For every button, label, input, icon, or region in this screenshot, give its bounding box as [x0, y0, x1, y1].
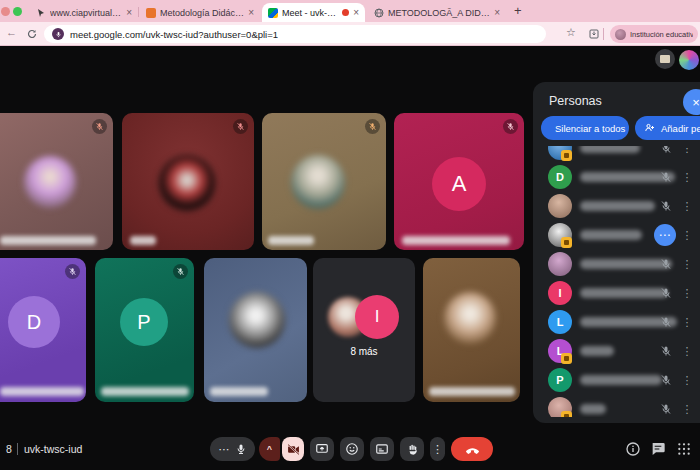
- video-tile[interactable]: P: [95, 258, 194, 402]
- new-tab-button[interactable]: +: [514, 3, 522, 18]
- tab-meet-active[interactable]: Meet - uvk-twsc-iud ×: [262, 3, 365, 22]
- more-options-button[interactable]: ⋮: [430, 437, 445, 461]
- profile-label: Institución educativa: [630, 30, 693, 39]
- more-options-icon[interactable]: ⋮: [679, 400, 695, 417]
- avatar: [615, 29, 626, 40]
- video-tile[interactable]: [204, 258, 307, 402]
- camera-off-button[interactable]: [282, 437, 304, 461]
- reaction-badge-icon: [561, 353, 572, 364]
- more-options-icon[interactable]: ⋮: [679, 146, 695, 157]
- download-icon[interactable]: [588, 28, 600, 40]
- mic-muted-icon[interactable]: [657, 400, 675, 417]
- traffic-light-green[interactable]: [13, 7, 22, 16]
- mic-muted-icon[interactable]: [657, 197, 675, 215]
- presentation-thumbnail-icon[interactable]: [655, 49, 675, 69]
- mic-icon: [235, 443, 247, 455]
- add-people-button[interactable]: Añadir personas: [635, 116, 700, 140]
- camera-off-icon: [287, 443, 300, 456]
- profile-chip[interactable]: Institución educativa: [610, 25, 698, 43]
- tab-metodologia-2[interactable]: METODOLOGÃ_A DIDÃ_CTIC ×: [368, 3, 506, 22]
- tab-metodologia[interactable]: Metodología Didáctica. Secc ×: [140, 3, 260, 22]
- more-options-icon[interactable]: ⋮: [679, 342, 695, 360]
- hang-up-button[interactable]: [451, 437, 493, 461]
- mic-muted-icon[interactable]: [657, 255, 675, 273]
- video-tile[interactable]: [122, 113, 254, 250]
- mute-all-button[interactable]: Silenciar a todos: [541, 116, 629, 140]
- participant-photo: [159, 155, 215, 211]
- participant-name-blurred: [130, 236, 156, 245]
- participant-name-blurred: [580, 230, 642, 240]
- close-tab-icon[interactable]: ×: [248, 7, 254, 18]
- more-options-icon[interactable]: ⋮: [679, 313, 695, 331]
- mic-muted-icon[interactable]: [657, 284, 675, 302]
- participant-row: I ⋮: [533, 279, 700, 307]
- more-options-icon[interactable]: ⋮: [679, 197, 695, 215]
- reaction-badge-icon: [561, 237, 572, 248]
- speaking-indicator[interactable]: ⋯: [654, 224, 676, 246]
- more-options-icon[interactable]: ⋮: [679, 284, 695, 302]
- video-tile[interactable]: [0, 113, 113, 250]
- letter-avatar: P: [120, 298, 168, 346]
- close-tab-icon[interactable]: ×: [126, 7, 132, 18]
- more-options-icon[interactable]: ⋮: [679, 168, 695, 186]
- address-bar: ← meet.google.com/uvk-twsc-iud?authuser=…: [0, 22, 700, 46]
- mic-muted-icon[interactable]: [657, 313, 675, 331]
- present-screen-button[interactable]: [310, 437, 334, 461]
- mic-button[interactable]: ⋯: [210, 437, 255, 461]
- back-icon[interactable]: ←: [6, 26, 17, 38]
- letter-avatar: I: [548, 281, 572, 305]
- url-field[interactable]: meet.google.com/uvk-twsc-iud?authuser=0&…: [44, 25, 546, 43]
- video-tile[interactable]: A: [394, 113, 524, 250]
- video-tile[interactable]: [262, 113, 386, 250]
- mic-muted-icon: [503, 119, 518, 134]
- participant-name-blurred: [580, 346, 614, 356]
- participant-name-blurred: [580, 375, 662, 385]
- overflow-tile[interactable]: I 8 más: [313, 258, 415, 402]
- camera-options-button[interactable]: ^: [259, 437, 280, 461]
- mic-permission-icon[interactable]: [52, 28, 64, 40]
- close-panel-button[interactable]: ×: [683, 89, 700, 115]
- tab-title: METODOLOGÃ_A DIDÃ_CTIC: [388, 8, 490, 18]
- captions-button[interactable]: [370, 437, 394, 461]
- mic-muted-icon[interactable]: [657, 342, 675, 360]
- mic-muted-icon: [173, 264, 188, 279]
- mic-muted-icon[interactable]: [657, 168, 675, 186]
- more-options-icon[interactable]: ⋮: [679, 226, 695, 244]
- participant-photo: [291, 155, 345, 209]
- video-tile[interactable]: D: [0, 258, 86, 402]
- video-tile[interactable]: [423, 258, 520, 402]
- close-icon: ×: [692, 95, 700, 110]
- close-tab-icon[interactable]: ×: [353, 7, 359, 18]
- activities-grid-icon[interactable]: [676, 441, 692, 457]
- participant-row: ⋮: [533, 192, 700, 220]
- reload-icon[interactable]: [26, 28, 38, 40]
- chat-icon[interactable]: [650, 441, 666, 457]
- mic-muted-icon[interactable]: [657, 146, 675, 157]
- person-add-icon: [644, 122, 656, 134]
- bookmark-star-icon[interactable]: ☆: [566, 26, 576, 39]
- avatar-letter: P: [137, 311, 150, 334]
- close-tab-icon[interactable]: ×: [494, 7, 500, 18]
- tab-ciapvirtual[interactable]: www.ciapvirtual.mx ×: [30, 3, 138, 22]
- captions-icon: [375, 442, 389, 456]
- letter-avatar: L: [548, 310, 572, 334]
- reactions-button[interactable]: [340, 437, 364, 461]
- recording-indicator-icon: [342, 9, 349, 16]
- tab-title: Meet - uvk-twsc-iud: [282, 8, 338, 18]
- user-avatar[interactable]: [679, 50, 699, 70]
- meeting-info-icon[interactable]: [625, 441, 641, 457]
- mic-muted-icon[interactable]: [657, 371, 675, 389]
- mic-options-icon[interactable]: ⋯: [219, 443, 230, 456]
- more-options-icon[interactable]: ⋮: [679, 371, 695, 389]
- participant-row: ⋯ ⋮: [533, 221, 700, 249]
- add-people-label: Añadir personas: [661, 123, 700, 134]
- participant-name-blurred: [429, 387, 515, 396]
- phone-down-icon: [464, 441, 481, 458]
- more-options-icon[interactable]: ⋮: [679, 255, 695, 273]
- avatar-letter: P: [556, 374, 563, 386]
- traffic-light-red[interactable]: [1, 7, 10, 16]
- smiley-icon: [345, 442, 359, 456]
- participant-row: ⋮: [533, 395, 700, 417]
- raise-hand-button[interactable]: [400, 437, 424, 461]
- globe-favicon: [374, 8, 384, 18]
